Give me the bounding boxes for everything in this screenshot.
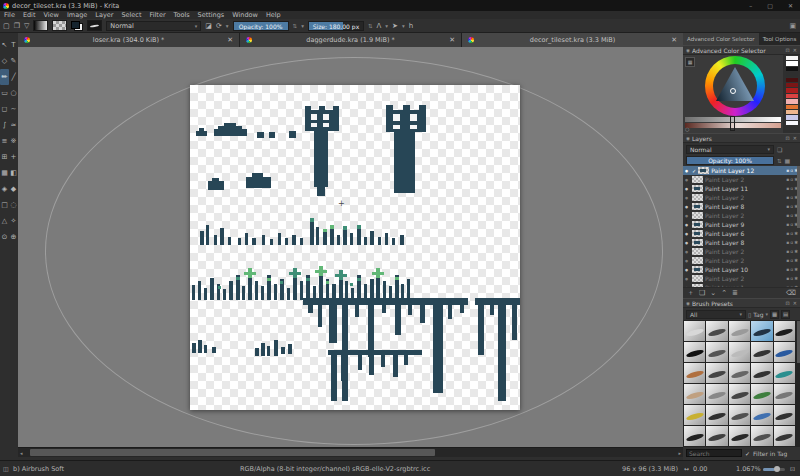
tool-fill[interactable]: ◆ bbox=[9, 181, 18, 197]
layer-visibility-icon[interactable]: ● bbox=[685, 259, 690, 263]
tag-icon[interactable]: ▯ bbox=[748, 311, 751, 318]
tool-gradient[interactable]: ◧ bbox=[9, 165, 18, 181]
brush-preset-cell[interactable] bbox=[751, 405, 772, 425]
layer-row[interactable]: ●Paint Layer 8▪α✱ bbox=[683, 238, 800, 247]
layer-blend-mode-select[interactable]: Normal ▾ bbox=[686, 145, 774, 154]
layer-alpha-icon[interactable]: α bbox=[790, 240, 793, 245]
history-color-icon[interactable]: ○ bbox=[685, 126, 689, 132]
horizontal-scrollbar[interactable]: ◂ ▸ bbox=[18, 447, 683, 457]
layer-alpha-icon[interactable]: α bbox=[790, 249, 793, 254]
layer-visibility-icon[interactable]: ● bbox=[685, 214, 690, 218]
brush-preset-cell[interactable] bbox=[706, 363, 727, 383]
opacity-spinner[interactable]: ⇅ bbox=[293, 23, 298, 29]
color-swatch[interactable] bbox=[786, 78, 798, 82]
color-swatch[interactable] bbox=[786, 110, 798, 114]
tool-dynamic-brush[interactable]: ≡ bbox=[0, 133, 9, 149]
add-layer-button[interactable]: ＋ bbox=[687, 288, 694, 298]
opacity-slider[interactable]: Opacity: 100% bbox=[233, 21, 289, 31]
brush-preset-cell[interactable] bbox=[684, 384, 705, 404]
search-input[interactable] bbox=[686, 449, 742, 457]
tool-rectangle[interactable]: ▭ bbox=[0, 85, 9, 101]
color-swatch[interactable] bbox=[786, 56, 798, 60]
layer-row[interactable]: ●Paint Layer 2▪α✱ bbox=[683, 175, 800, 184]
menu-layer[interactable]: Layer bbox=[91, 11, 117, 19]
layer-lock-icon[interactable]: ▪ bbox=[786, 222, 789, 227]
layer-visibility-icon[interactable]: ● bbox=[685, 250, 690, 254]
brush-tip-chip[interactable] bbox=[87, 20, 102, 31]
brush-preset-cell[interactable] bbox=[706, 342, 727, 362]
color-swatch[interactable] bbox=[786, 67, 798, 71]
color-swatch[interactable] bbox=[786, 99, 798, 103]
menu-select[interactable]: Select bbox=[117, 11, 145, 19]
menu-file[interactable]: File bbox=[0, 11, 19, 19]
close-docker-icon[interactable]: ✕ bbox=[793, 300, 797, 306]
color-swatch[interactable] bbox=[786, 115, 798, 119]
brush-preset-cell[interactable] bbox=[684, 405, 705, 425]
brush-preset-cell[interactable] bbox=[751, 321, 772, 341]
layer-row[interactable]: ●Paint Layer 10▪α✱ bbox=[683, 265, 800, 274]
blend-mode-select[interactable]: Normal ▾ bbox=[106, 21, 201, 31]
mirror-icon[interactable]: Λ bbox=[377, 22, 382, 30]
tool-polygon-select[interactable]: △ bbox=[0, 213, 9, 229]
layer-row[interactable]: ●Paint Layer 2▪α✱ bbox=[683, 256, 800, 265]
brush-preset-cell[interactable] bbox=[706, 321, 727, 341]
tab-close-icon[interactable]: ✕ bbox=[671, 36, 677, 44]
menu-tools[interactable]: Tools bbox=[170, 11, 194, 19]
layer-row[interactable]: ●Paint Layer 11▪α✱ bbox=[683, 184, 800, 193]
dock-tab-advanced-color-selector[interactable]: Advanced Color Selector bbox=[683, 33, 759, 45]
float-docker-icon[interactable]: ⊡ bbox=[786, 135, 790, 141]
layer-row[interactable]: ●Paint Layer 8▪α✱ bbox=[683, 202, 800, 211]
menu-edit[interactable]: Edit bbox=[19, 11, 40, 19]
layer-row[interactable]: ●Paint Layer 6▪α✱ bbox=[683, 229, 800, 238]
size-spinner[interactable]: ⇅ bbox=[368, 23, 373, 29]
menu-help[interactable]: Help bbox=[262, 11, 285, 19]
color-swatch[interactable] bbox=[786, 72, 798, 76]
brush-preset-cell[interactable] bbox=[751, 384, 772, 404]
brush-filter-select[interactable]: All ▾ bbox=[686, 310, 746, 319]
brush-preset-cell[interactable] bbox=[706, 405, 727, 425]
brush-preset-cell[interactable] bbox=[751, 342, 772, 362]
layer-lock-icon[interactable]: ▪ bbox=[786, 204, 789, 209]
chevron-down-icon[interactable]: ▾ bbox=[385, 23, 388, 29]
minimize-button[interactable]: – bbox=[749, 2, 752, 9]
layer-alpha-icon[interactable]: α bbox=[790, 267, 793, 272]
layer-alpha-icon[interactable]: α bbox=[790, 213, 793, 218]
layer-visibility-icon[interactable]: ● bbox=[685, 232, 690, 236]
zoom-slider-thumb[interactable] bbox=[774, 466, 780, 472]
brush-preset-cell[interactable] bbox=[751, 426, 772, 446]
fg-bg-color-swatch[interactable] bbox=[71, 21, 83, 31]
tool-similar-select[interactable]: ✧ bbox=[9, 213, 18, 229]
brush-preset-cell[interactable] bbox=[729, 342, 750, 362]
layer-lock-icon[interactable]: ▪ bbox=[786, 267, 789, 272]
wraparound-icon[interactable]: ➤ bbox=[392, 22, 398, 30]
layer-lock-icon[interactable]: ▪ bbox=[786, 231, 789, 236]
close-docker-icon[interactable]: ✕ bbox=[793, 47, 797, 53]
filter-checkbox[interactable]: ✓ bbox=[745, 450, 750, 457]
layer-properties-icon[interactable]: ✱ bbox=[794, 285, 798, 287]
chevron-down-icon[interactable]: ▾ bbox=[226, 23, 229, 29]
move-layer-down-button[interactable]: ⌄ bbox=[710, 289, 716, 297]
layer-visibility-icon[interactable]: ● bbox=[685, 187, 690, 191]
layer-alpha-icon[interactable]: α bbox=[790, 204, 793, 209]
brush-preset-cell[interactable] bbox=[774, 405, 795, 425]
layer-lock-icon[interactable]: ▪ bbox=[786, 168, 789, 173]
delete-layer-button[interactable]: ⌫ bbox=[786, 289, 796, 297]
document-tab[interactable]: decor_tileset.kra (3.3 MiB)✕ bbox=[462, 33, 683, 47]
pattern-chip[interactable] bbox=[52, 20, 67, 31]
layer-properties-icon[interactable]: ✱ bbox=[794, 231, 798, 236]
brush-preset-cell[interactable] bbox=[729, 384, 750, 404]
layer-row[interactable]: ●Paint Layer 2▪α✱ bbox=[683, 211, 800, 220]
layer-properties-icon[interactable]: ✱ bbox=[794, 249, 798, 254]
brush-preset-cell[interactable] bbox=[729, 363, 750, 383]
canvas-area[interactable]: + bbox=[18, 47, 683, 447]
tool-transform[interactable]: ⊞ bbox=[0, 149, 9, 165]
layer-visibility-icon[interactable]: ● bbox=[685, 241, 690, 245]
reload-preset-icon[interactable]: ⟳ bbox=[216, 22, 222, 30]
canvas[interactable] bbox=[190, 85, 520, 410]
layer-properties-icon[interactable]: ✱ bbox=[794, 276, 798, 281]
tool-color-sampler[interactable]: ◈ bbox=[0, 181, 9, 197]
color-swatch[interactable] bbox=[786, 61, 798, 65]
layer-lock-icon[interactable]: ▪ bbox=[786, 276, 789, 281]
close-docker-icon[interactable]: ✕ bbox=[793, 135, 797, 141]
layer-visibility-icon[interactable]: ● bbox=[685, 196, 690, 200]
